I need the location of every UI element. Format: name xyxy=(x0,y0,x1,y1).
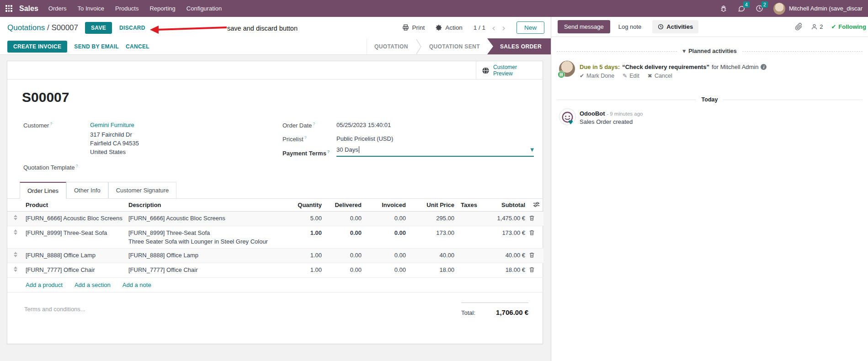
delete-row-icon[interactable] xyxy=(529,215,535,221)
top-navbar: Sales Orders To Invoice Products Reporti… xyxy=(0,0,868,17)
discard-button[interactable]: DISCARD xyxy=(119,25,145,31)
followers-button[interactable]: 2 xyxy=(811,23,823,30)
payment-terms-input[interactable]: 30 Days ▼ xyxy=(336,146,534,157)
message-timestamp: - 9 minutes ago xyxy=(607,111,643,117)
table-row[interactable]: [FURN_8888] Office Lamp [FURN_8888] Offi… xyxy=(7,249,543,263)
check-icon: ✔ xyxy=(831,23,836,30)
drag-handle-icon[interactable] xyxy=(14,266,17,272)
nav-item-to-invoice[interactable]: To Invoice xyxy=(72,0,110,17)
create-invoice-button[interactable]: CREATE INVOICE xyxy=(7,41,67,53)
stage-quotation[interactable]: QUOTATION xyxy=(367,38,415,54)
col-subtotal[interactable]: Subtotal xyxy=(492,199,525,212)
form-sheet: Customer Preview S00007 Customer? Gemini… xyxy=(7,61,543,344)
col-invoiced[interactable]: Invoiced xyxy=(362,199,406,212)
mark-done-button[interactable]: ✔Mark Done xyxy=(580,73,614,79)
send-message-button[interactable]: Send message xyxy=(558,20,610,33)
activities-clock-icon[interactable]: 2 xyxy=(756,5,763,12)
person-icon xyxy=(811,23,818,30)
tab-customer-signature[interactable]: Customer Signature xyxy=(108,182,177,198)
breadcrumb-quotations[interactable]: Quotations xyxy=(7,23,45,32)
table-row[interactable]: [FURN_7777] Office Chair [FURN_7777] Off… xyxy=(7,263,543,278)
print-button[interactable]: Print xyxy=(402,24,425,31)
cell-unit-price: 18.00 xyxy=(406,263,454,278)
nav-item-reporting[interactable]: Reporting xyxy=(144,0,181,17)
pager-next-icon[interactable]: › xyxy=(502,23,506,32)
cancel-activity-button[interactable]: ✖Cancel xyxy=(648,73,672,79)
nav-item-configuration[interactable]: Configuration xyxy=(181,0,227,17)
order-date-value[interactable]: 05/25/2023 15:40:01 xyxy=(336,122,391,128)
help-marker: ? xyxy=(304,135,307,140)
odoobot-avatar: ♥ xyxy=(559,108,576,125)
statusbar: QUOTATION QUOTATION SENT SALES ORDER xyxy=(367,38,551,54)
tab-order-lines[interactable]: Order Lines xyxy=(20,182,66,199)
apps-menu-icon[interactable] xyxy=(5,5,12,12)
activities-badge: 2 xyxy=(761,1,768,8)
col-delivered[interactable]: Delivered xyxy=(322,199,362,212)
help-marker: ? xyxy=(313,122,315,126)
delete-row-icon[interactable] xyxy=(529,229,535,236)
optional-columns-icon[interactable] xyxy=(533,201,540,207)
col-unit-price[interactable]: Unit Price xyxy=(406,199,454,212)
edit-activity-button[interactable]: ✎Edit xyxy=(623,73,639,79)
payment-terms-label: Payment Terms? xyxy=(282,149,330,157)
tab-other-info[interactable]: Other Info xyxy=(66,182,108,198)
planned-activities-toggle[interactable]: ▼ Planned activities xyxy=(682,48,737,54)
cell-description: [FURN_7777] Office Chair xyxy=(128,263,291,278)
col-product[interactable]: Product xyxy=(26,199,128,212)
delete-row-icon[interactable] xyxy=(529,266,535,273)
new-button[interactable]: New xyxy=(517,21,544,34)
stage-quotation-sent[interactable]: QUOTATION SENT xyxy=(422,38,487,54)
annotation-text: save and discard button xyxy=(227,25,298,32)
customer-preview-button[interactable]: Customer Preview xyxy=(476,61,543,80)
messages-icon[interactable]: 4 xyxy=(737,5,746,12)
message-header: OdooBot - 9 minutes ago xyxy=(580,110,643,117)
cell-subtotal: 1,475.00 € xyxy=(492,212,525,226)
cancel-order-button[interactable]: CANCEL xyxy=(126,43,149,50)
stage-sales-order[interactable]: SALES ORDER xyxy=(487,38,551,54)
activity-info-icon[interactable]: i xyxy=(761,64,767,70)
message-author[interactable]: OdooBot xyxy=(580,110,605,117)
drag-handle-icon[interactable] xyxy=(14,252,17,257)
dropdown-caret-icon[interactable]: ▼ xyxy=(530,147,534,152)
pricelist-value[interactable]: Public Pricelist (USD) xyxy=(336,135,393,142)
col-taxes[interactable]: Taxes xyxy=(454,199,492,212)
cell-delivered: 0.00 xyxy=(322,263,362,278)
user-menu[interactable]: Mitchell Admin (save_discar xyxy=(773,3,863,15)
planned-activity: Due in 5 days: “Check delivery requireme… xyxy=(580,64,767,70)
app-brand[interactable]: Sales xyxy=(19,5,38,13)
heart-icon: ♥ xyxy=(568,119,573,126)
table-row[interactable]: [FURN_8999] Three-Seat Sofa [FURN_8999] … xyxy=(7,226,543,249)
attachment-paperclip-icon[interactable] xyxy=(795,23,803,31)
help-marker: ? xyxy=(327,149,330,154)
debug-bug-icon[interactable] xyxy=(720,5,727,12)
add-product-link[interactable]: Add a product xyxy=(26,281,63,288)
add-section-link[interactable]: Add a section xyxy=(75,281,111,288)
terms-and-conditions-placeholder[interactable]: Terms and conditions... xyxy=(24,306,85,313)
follower-count: 2 xyxy=(820,23,823,30)
send-by-email-button[interactable]: SEND BY EMAIL xyxy=(74,43,119,50)
chatter-panel: Send message Log note Activities 2 ✔ xyxy=(551,17,868,361)
drag-handle-icon[interactable] xyxy=(14,229,17,235)
delete-row-icon[interactable] xyxy=(529,252,535,258)
following-button[interactable]: ✔ Following xyxy=(831,23,866,30)
pager-prev-icon[interactable]: ‹ xyxy=(492,23,495,32)
cell-invoiced: 0.00 xyxy=(362,263,406,278)
cell-unit-price: 295.00 xyxy=(406,212,454,226)
save-button[interactable]: SAVE xyxy=(85,22,112,34)
drag-handle-icon[interactable] xyxy=(14,215,17,220)
add-note-link[interactable]: Add a note xyxy=(122,281,151,288)
col-quantity[interactable]: Quantity xyxy=(291,199,322,212)
cell-delivered: 0.00 xyxy=(322,226,362,249)
cell-unit-price: 40.00 xyxy=(406,249,454,263)
table-row[interactable]: [FURN_6666] Acoustic Bloc Screens [FURN_… xyxy=(7,212,543,226)
col-description[interactable]: Description xyxy=(128,199,291,212)
customer-field-value[interactable]: Gemini Furniture xyxy=(90,122,134,128)
customer-preview-label: Customer Preview xyxy=(493,64,517,77)
stage-separator-icon xyxy=(415,38,422,55)
log-note-button[interactable]: Log note xyxy=(618,23,642,30)
nav-item-products[interactable]: Products xyxy=(110,0,144,17)
activities-button[interactable]: Activities xyxy=(652,20,698,33)
action-button[interactable]: Action xyxy=(436,24,463,31)
nav-item-orders[interactable]: Orders xyxy=(43,0,72,17)
help-marker: ? xyxy=(50,122,52,126)
